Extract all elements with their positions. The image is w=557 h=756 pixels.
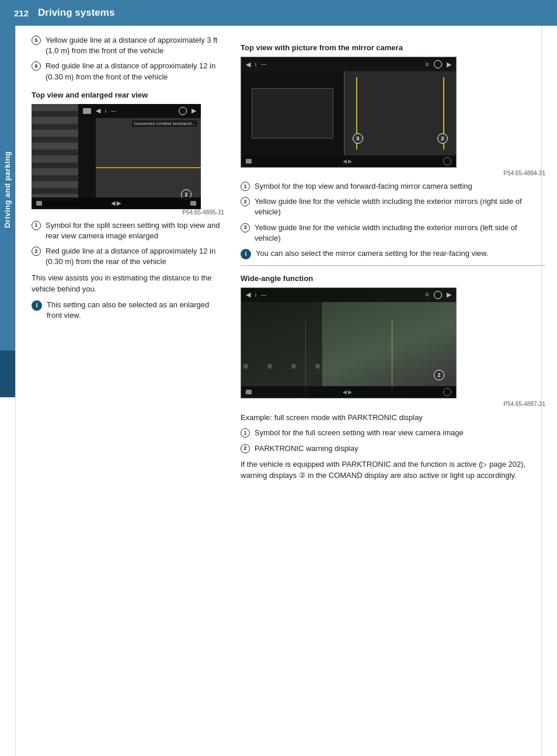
cam-toolbar-letter-i: i [105, 108, 106, 114]
cam-toolbar-dash: — [111, 108, 116, 114]
cam3-badge-2: 2 [434, 370, 444, 380]
park-dot-4 [315, 364, 320, 369]
camera-image-1: ◀ i — ▶ Gesamtes Umfeld beobacht... [32, 104, 201, 209]
list-item-r2: 2 Yellow guide line for the vehicle widt… [241, 196, 545, 217]
left-column: 5 Yellow guide line at a distance of app… [32, 35, 224, 486]
list-item-5-text: Yellow guide line at a distance of appro… [46, 35, 224, 56]
list-item-2a-text: Red guide line at a distance of approxim… [46, 246, 224, 267]
cam2-dash: — [261, 61, 266, 67]
cam3-arrow-left: ◀ [246, 291, 250, 299]
cam-bottom-arrow: ◀ ▶ [111, 200, 122, 206]
list-item-5: 5 Yellow guide line at a distance of app… [32, 35, 224, 56]
image3-code: P54.65-4887-31 [241, 401, 545, 407]
cam2-bottom-label: ◀ ▶ [343, 158, 353, 164]
parking-lines [32, 104, 78, 209]
circle-5: 5 [32, 36, 41, 45]
cam3-bottom-icon [246, 390, 252, 394]
list-item-w2: 2 PARKTRONIC warning display [241, 443, 545, 454]
cam2-car-top [252, 88, 334, 138]
cam2-arrow-left: ◀ [246, 61, 250, 68]
cam-arrow-right: ▶ [192, 107, 196, 115]
cam-icon-arrow: ◀ [96, 107, 100, 115]
info-icon-1: i [32, 300, 42, 311]
list-item-1a-text: Symbol for the split screen setting with… [46, 220, 224, 241]
cam3-bottom-bar: ◀ ▶ [241, 386, 456, 398]
camera-image-3: ◀ i — ① ▶ [241, 287, 457, 398]
cam-toolbar-2: ◀ i — ① ▶ [241, 57, 456, 71]
cam3-left-panel [241, 302, 323, 386]
main-content: 5 Yellow guide line at a distance of app… [15, 26, 557, 498]
list-item-r2-text: Yellow guide line for the vehicle width … [255, 196, 545, 217]
camera-image-2: ◀ i — ① ▶ [241, 57, 457, 168]
cam2-bottom-circle [443, 157, 451, 165]
circle-w1: 1 [241, 428, 250, 438]
para1: This view assists you in estimating the … [32, 272, 224, 295]
cam2-right-panel: 3 2 [344, 71, 456, 155]
park-dot-2 [267, 364, 272, 369]
circle-6: 6 [32, 61, 41, 71]
image2-code: P54.65-4884-31 [241, 170, 545, 176]
cam3-num-1-badge: ① [425, 292, 429, 297]
list-item-r1: 1 Symbol for the top view and forward-fa… [241, 181, 545, 192]
cam-bottom-icon-left [36, 201, 42, 206]
list-item-w2-text: PARKTRONIC warning display [255, 443, 358, 454]
info1-text: This setting can also be selected as an … [47, 300, 224, 321]
info-box-1: i This setting can also be selected as a… [32, 300, 224, 321]
cam2-bottom-icon-left [246, 159, 252, 164]
info2-text: You can also select the mirror camera se… [256, 248, 488, 259]
cam-label-1: Gesamtes Umfeld beobacht... [132, 120, 197, 127]
yellow-guide-line [96, 167, 201, 168]
cam-toolbar-1: ◀ i — ▶ [78, 104, 201, 118]
info-icon-2: i [241, 249, 251, 259]
cam-dark-stripe [78, 118, 96, 197]
header-bar: 212 Driving systems [0, 0, 557, 26]
cam2-circle [434, 60, 442, 68]
park-dot-1 [243, 364, 248, 369]
cam3-bottom-circle [443, 388, 451, 396]
list-item-r3-text: Yellow guide line for the vehicle width … [255, 223, 545, 244]
section1-heading: Top view and enlarged rear view [32, 91, 224, 99]
list-item-2a: 2 Red guide line at a distance of approx… [32, 246, 224, 267]
circle-r1: 1 [241, 182, 250, 191]
circle-w2: 2 [241, 444, 250, 453]
park-dot-3 [291, 364, 296, 369]
cam3-icon-i: i [255, 292, 256, 298]
sidebar-tab: Driving and parking [0, 26, 15, 353]
cam2-toolbar-right: ① ▶ [425, 60, 451, 68]
page-number: 212 [14, 8, 29, 18]
right-column: Top view with picture from the mirror ca… [241, 35, 545, 486]
sidebar-dark-strip [0, 351, 15, 397]
cam-bottom-bar: ◀ ▶ [32, 197, 201, 209]
circle-r2: 2 [241, 197, 250, 206]
cam3-circle [434, 291, 442, 299]
section-divider [241, 265, 545, 266]
section2-heading: Top view with picture from the mirror ca… [241, 43, 545, 52]
cam3-bottom-arrows: ◀ ▶ [343, 389, 353, 395]
list-item-1a: 1 Symbol for the split screen setting wi… [32, 220, 224, 241]
example-label: Example: full screen mode with PARKTRONI… [241, 412, 545, 424]
sidebar-label: Driving and parking [4, 151, 12, 228]
cam2-icon-i: i [255, 61, 256, 67]
list-item-6-text: Red guide line at a distance of approxim… [46, 61, 224, 82]
list-item-6: 6 Red guide line at a distance of approx… [32, 61, 224, 82]
cam-icon-1 [83, 108, 91, 114]
list-item-w1: 1 Symbol for the full screen setting wit… [241, 428, 545, 438]
circle-2a: 2 [32, 247, 41, 256]
cam3-dash: — [261, 292, 266, 298]
cam-bottom-icon-right [190, 201, 196, 206]
cam-toolbar-icons-left: ◀ i — [83, 107, 116, 115]
list-item-w1-text: Symbol for the full screen setting with … [255, 428, 464, 438]
list-item-r3: 3 Yellow guide line for the vehicle widt… [241, 223, 545, 244]
cam2-badge-3: 3 [353, 133, 363, 144]
parktronic-dots [243, 364, 320, 369]
cam2-left-panel [241, 71, 344, 155]
list-item-r1-text: Symbol for the top view and forward-faci… [255, 181, 472, 192]
car-area: ◀ i — ▶ Gesamtes Umfeld beobacht... [78, 104, 201, 209]
cam-circle-icon [179, 107, 187, 115]
cam-toolbar-2-left: ◀ i — [246, 61, 266, 68]
circle-r3: 3 [241, 223, 250, 233]
two-column-layout: 5 Yellow guide line at a distance of app… [32, 35, 545, 486]
cam2-num-1: ① [425, 62, 429, 67]
cam-toolbar-icons-right: ▶ [179, 107, 196, 115]
cam3-toolbar-right: ① ▶ [425, 291, 451, 299]
